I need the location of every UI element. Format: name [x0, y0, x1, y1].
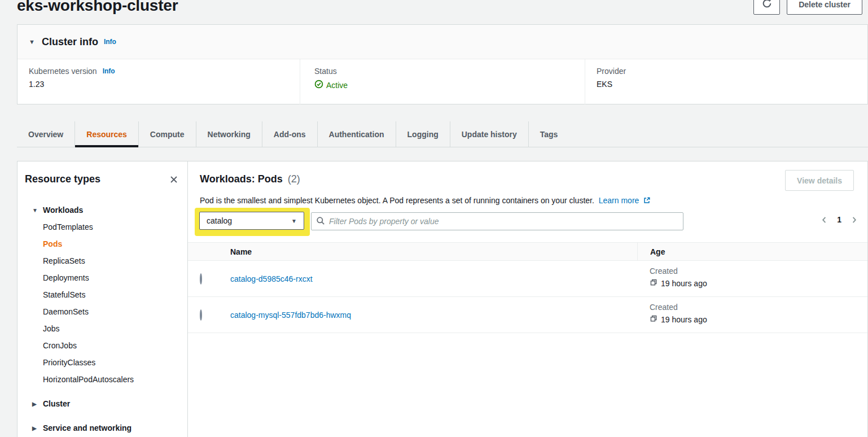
sidebar-item-horizontalpodautoscalers[interactable]: HorizontalPodAutoscalers	[17, 371, 187, 388]
tab-logging[interactable]: Logging	[396, 121, 450, 147]
kubernetes-version-value: 1.23	[29, 80, 300, 89]
filter-row: catalog ▼	[188, 207, 867, 242]
resources-content-panel: Resource types ▼ Workloads PodTemplates …	[17, 161, 868, 437]
cluster-info-body: Kubernetes version Info 1.23 Status	[17, 59, 867, 104]
pods-table: Name Age catalog-d5985c46-rxcxt Created	[188, 242, 867, 333]
header-actions: Delete cluster	[753, 0, 862, 15]
tab-authentication[interactable]: Authentication	[317, 121, 396, 147]
tab-networking[interactable]: Networking	[196, 121, 262, 147]
caret-right-icon: ▶	[32, 425, 43, 431]
tab-update-history[interactable]: Update history	[450, 121, 528, 147]
sidebar-group-service-and-networking[interactable]: ▶ Service and networking	[17, 419, 187, 436]
age-value: 19 hours ago	[661, 315, 707, 324]
pod-name-link[interactable]: catalog-d5985c46-rxcxt	[230, 274, 313, 283]
learn-more-link[interactable]: Learn more	[599, 196, 639, 205]
age-cell: Created 19 hours ago	[637, 297, 867, 324]
status-value: Active	[326, 81, 348, 90]
column-header-age[interactable]: Age	[637, 243, 867, 260]
sidebar-item-pods[interactable]: Pods	[17, 235, 187, 252]
row-radio-button[interactable]	[200, 309, 202, 321]
age-created-label: Created	[650, 303, 867, 312]
table-row: catalog-mysql-557fdb7bd6-hwxmq Created 1…	[188, 297, 867, 333]
tab-overview[interactable]: Overview	[17, 121, 74, 147]
sidebar-group-label: Cluster	[43, 399, 70, 408]
caret-down-icon: ▼	[32, 207, 43, 213]
cluster-info-header[interactable]: ▼ Cluster info Info	[17, 25, 867, 59]
sidebar-group-cluster[interactable]: ▶ Cluster	[17, 395, 187, 412]
copy-icon[interactable]	[650, 314, 657, 324]
provider-value: EKS	[597, 80, 867, 89]
tab-resources[interactable]: Resources	[74, 121, 138, 147]
refresh-button[interactable]	[753, 0, 780, 15]
cluster-info-info-link[interactable]: Info	[104, 38, 116, 46]
status-field: Status Active	[300, 59, 585, 104]
sidebar-item-podtemplates[interactable]: PodTemplates	[17, 218, 187, 235]
refresh-icon	[762, 0, 772, 10]
pod-name-link[interactable]: catalog-mysql-557fdb7bd6-hwxmq	[230, 311, 351, 320]
cluster-info-panel: ▼ Cluster info Info Kubernetes version I…	[17, 24, 868, 104]
kubernetes-version-field: Kubernetes version Info 1.23	[17, 59, 300, 104]
table-row: catalog-d5985c46-rxcxt Created 19 hours …	[188, 261, 867, 297]
external-link-icon	[643, 196, 651, 206]
pods-table-header: Name Age	[188, 242, 867, 261]
tab-tags[interactable]: Tags	[528, 121, 569, 147]
collapse-caret-icon: ▼	[29, 38, 35, 45]
pods-filter-input[interactable]	[329, 217, 678, 226]
tab-add-ons[interactable]: Add-ons	[262, 121, 317, 147]
pagination: 1	[820, 215, 858, 224]
pods-description: Pod is the smallest and simplest Kuberne…	[188, 191, 867, 206]
workloads-items: PodTemplates Pods ReplicaSets Deployment…	[17, 218, 187, 388]
status-label: Status	[314, 67, 337, 76]
pods-heading: Workloads: Pods (2)	[200, 170, 300, 185]
sidebar-item-deployments[interactable]: Deployments	[17, 269, 187, 286]
caret-right-icon: ▶	[32, 401, 43, 407]
resource-types-tree: ▼ Workloads PodTemplates Pods ReplicaSet…	[17, 202, 187, 436]
pods-filter-searchbox	[311, 212, 683, 230]
status-active-icon	[314, 80, 323, 90]
close-icon[interactable]	[169, 175, 178, 184]
provider-label: Provider	[597, 67, 626, 76]
sidebar-item-cronjobs[interactable]: CronJobs	[17, 337, 187, 354]
tab-compute[interactable]: Compute	[138, 121, 196, 147]
sidebar-group-label: Service and networking	[43, 423, 131, 432]
pods-main-area: Workloads: Pods (2) View details Pod is …	[188, 161, 867, 437]
chevron-down-icon: ▼	[291, 218, 297, 224]
provider-field: Provider EKS	[585, 59, 867, 104]
cluster-tabs: Overview Resources Compute Networking Ad…	[17, 121, 868, 147]
page-title: eks-workshop-cluster	[17, 0, 178, 15]
sidebar-group-workloads[interactable]: ▼ Workloads	[17, 202, 187, 218]
row-radio-button[interactable]	[200, 273, 202, 285]
age-cell: Created 19 hours ago	[637, 261, 867, 288]
resource-types-sidebar: Resource types ▼ Workloads PodTemplates …	[17, 161, 188, 437]
sidebar-group-label: Workloads	[43, 206, 83, 215]
namespace-filter-dropdown[interactable]: catalog ▼	[199, 212, 304, 230]
sidebar-item-daemonsets[interactable]: DaemonSets	[17, 303, 187, 320]
namespace-filter-value: catalog	[207, 216, 232, 225]
age-value: 19 hours ago	[661, 279, 707, 288]
resource-types-title: Resource types	[25, 173, 100, 185]
sidebar-item-replicasets[interactable]: ReplicaSets	[17, 252, 187, 269]
kubernetes-version-info-link[interactable]: Info	[103, 67, 115, 75]
sidebar-item-priorityclasses[interactable]: PriorityClasses	[17, 354, 187, 371]
age-created-label: Created	[650, 266, 867, 276]
view-details-button[interactable]: View details	[785, 170, 854, 191]
copy-icon[interactable]	[650, 278, 657, 288]
sidebar-item-jobs[interactable]: Jobs	[17, 320, 187, 337]
kubernetes-version-label: Kubernetes version	[29, 67, 97, 76]
cluster-info-title: Cluster info	[42, 36, 98, 48]
delete-cluster-button[interactable]: Delete cluster	[787, 0, 862, 15]
previous-page-icon[interactable]	[820, 216, 828, 224]
sidebar-item-statefulsets[interactable]: StatefulSets	[17, 286, 187, 303]
column-header-name[interactable]: Name	[230, 247, 637, 256]
pods-count: (2)	[288, 173, 300, 185]
search-icon	[316, 216, 325, 227]
next-page-icon[interactable]	[850, 216, 858, 224]
current-page-number[interactable]: 1	[837, 215, 841, 224]
